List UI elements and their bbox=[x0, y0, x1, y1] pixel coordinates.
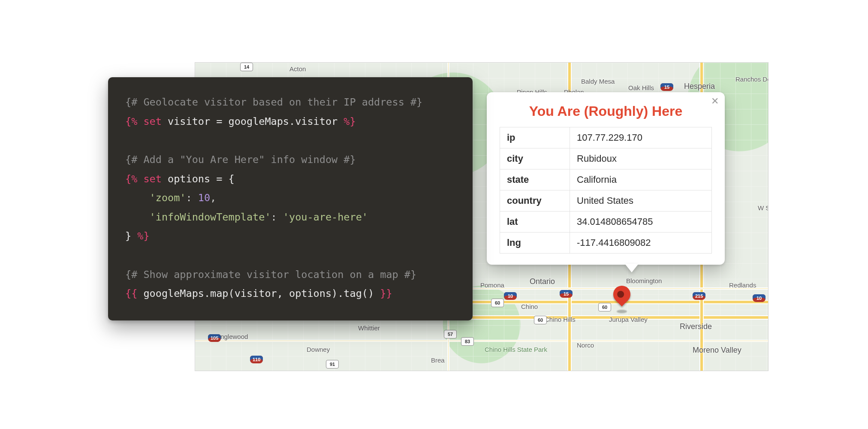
label-wsprings: W Spri bbox=[758, 204, 769, 211]
label-oakhills: Oak Hills bbox=[628, 84, 654, 91]
label-inglewood: Inglewood bbox=[219, 333, 248, 340]
code-token: options = { bbox=[162, 173, 235, 185]
label-riverside: Riverside bbox=[680, 322, 712, 331]
code-token: {{ bbox=[125, 287, 137, 299]
label-chino: Chino bbox=[521, 303, 538, 310]
info-window-table: ip107.77.229.170 cityRubidoux stateCalif… bbox=[500, 127, 712, 254]
label-jurupa: Jurupa Valley bbox=[609, 316, 648, 323]
code-token: %} bbox=[137, 230, 149, 242]
cell-val-lng: -117.4416809082 bbox=[570, 233, 712, 254]
code-block: {# Geolocate visitor based on their IP a… bbox=[125, 93, 455, 303]
label-pomona: Pomona bbox=[480, 281, 504, 289]
stage: Acton Baldy Mesa Pinon Hills Phelan Oak … bbox=[99, 49, 769, 380]
label-hesperia: Hesperia bbox=[684, 82, 715, 91]
cell-key-lat: lat bbox=[500, 211, 570, 233]
cell-val-state: California bbox=[570, 169, 712, 190]
label-chinohills: Chino Hills bbox=[545, 316, 576, 323]
label-norco: Norco bbox=[577, 341, 594, 349]
cell-val-country: United States bbox=[570, 190, 712, 211]
cell-key-city: city bbox=[500, 148, 570, 169]
shield-60: 60 bbox=[491, 299, 504, 307]
shield-110: 110 bbox=[250, 356, 263, 363]
code-token: : bbox=[186, 192, 198, 204]
code-token: 'zoom' bbox=[150, 192, 186, 204]
info-window: ✕ You Are (Roughly) Here ip107.77.229.17… bbox=[487, 92, 725, 265]
cell-val-ip: 107.77.229.170 bbox=[570, 127, 712, 148]
table-row: lat34.014808654785 bbox=[500, 211, 712, 233]
cell-key-ip: ip bbox=[500, 127, 570, 148]
shield-10b: 10 bbox=[753, 294, 766, 302]
code-token: 'you-are-here' bbox=[283, 211, 368, 223]
map-marker[interactable] bbox=[613, 286, 630, 311]
shield-83: 83 bbox=[461, 337, 474, 346]
marker-shadow bbox=[617, 310, 627, 313]
code-token: set bbox=[143, 115, 161, 127]
code-token: visitor = googleMaps.visitor bbox=[162, 115, 344, 127]
shield-91: 91 bbox=[326, 360, 339, 369]
shield-10: 10 bbox=[504, 292, 517, 300]
code-token: : bbox=[271, 211, 283, 223]
label-baldymesa: Baldy Mesa bbox=[581, 78, 615, 85]
table-row: lng-117.4416809082 bbox=[500, 233, 712, 254]
shield-15: 15 bbox=[660, 83, 673, 91]
label-chpark: Chino Hills State Park bbox=[485, 346, 547, 353]
code-token: googleMaps.map(visitor, options).tag() bbox=[137, 287, 380, 299]
code-token: }} bbox=[380, 287, 392, 299]
shield-57: 57 bbox=[444, 330, 457, 338]
code-token: {% bbox=[125, 115, 137, 127]
road-91 bbox=[195, 340, 768, 342]
code-comment: {# Show approximate visitor location on … bbox=[125, 269, 416, 281]
table-row: cityRubidoux bbox=[500, 148, 712, 169]
shield-215: 215 bbox=[693, 292, 705, 300]
shield-105: 105 bbox=[208, 334, 221, 342]
code-token: {% bbox=[125, 173, 137, 185]
label-ranchos: Ranchos Del Oro bbox=[735, 76, 769, 83]
label-moreno: Moreno Valley bbox=[693, 346, 741, 355]
code-token: %} bbox=[344, 115, 356, 127]
cell-key-state: state bbox=[500, 169, 570, 190]
cell-key-country: country bbox=[500, 190, 570, 211]
code-token: set bbox=[143, 173, 161, 185]
code-comment: {# Add a "You Are Here" info window #} bbox=[125, 154, 356, 166]
label-downey: Downey bbox=[307, 346, 330, 353]
shield-15b: 15 bbox=[560, 290, 573, 298]
code-panel: {# Geolocate visitor based on their IP a… bbox=[108, 77, 473, 320]
cell-val-lat: 34.014808654785 bbox=[570, 211, 712, 233]
shield-14: 14 bbox=[240, 63, 253, 71]
label-whittier: Whittier bbox=[358, 324, 380, 332]
code-comment: {# Geolocate visitor based on their IP a… bbox=[125, 96, 422, 108]
code-token: } bbox=[125, 230, 137, 242]
table-row: ip107.77.229.170 bbox=[500, 127, 712, 148]
label-redlands: Redlands bbox=[729, 281, 756, 289]
close-icon[interactable]: ✕ bbox=[711, 97, 719, 106]
label-brea: Brea bbox=[431, 356, 445, 364]
code-token: 10 bbox=[198, 192, 210, 204]
marker-pin-icon bbox=[610, 282, 634, 307]
label-ontario: Ontario bbox=[530, 277, 555, 286]
label-bloomington: Bloomington bbox=[626, 277, 662, 284]
shield-60c: 60 bbox=[534, 316, 547, 324]
shield-60b: 60 bbox=[598, 303, 611, 311]
code-token: , bbox=[210, 192, 216, 204]
info-window-title: You Are (Roughly) Here bbox=[500, 103, 712, 119]
cell-key-lng: lng bbox=[500, 233, 570, 254]
table-row: stateCalifornia bbox=[500, 169, 712, 190]
cell-val-city: Rubidoux bbox=[570, 148, 712, 169]
label-acton: Acton bbox=[289, 65, 306, 73]
table-row: countryUnited States bbox=[500, 190, 712, 211]
code-token: 'infoWindowTemplate' bbox=[150, 211, 271, 223]
info-window-tail-icon bbox=[625, 264, 639, 272]
